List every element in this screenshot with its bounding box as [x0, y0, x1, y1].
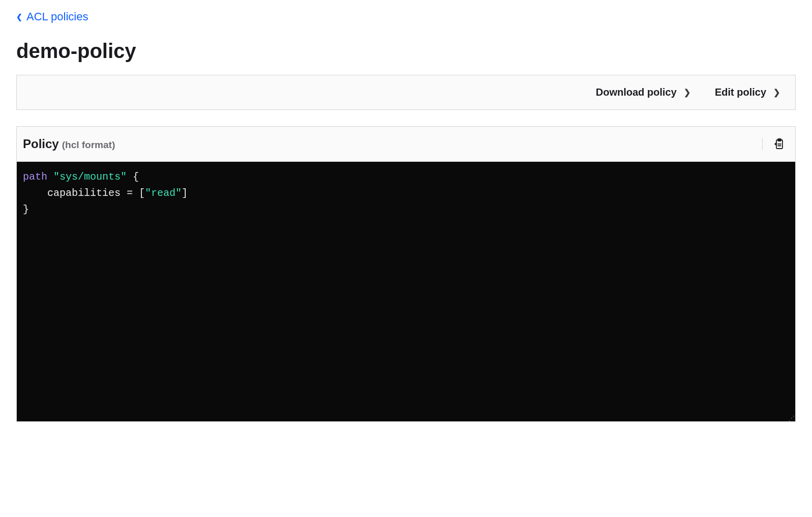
policy-label: Policy [23, 137, 59, 151]
page-title: demo-policy [16, 40, 796, 63]
code-attribute: capabilities [47, 187, 121, 199]
policy-panel-header: Policy (hcl format) [17, 127, 795, 162]
code-string: "sys/mounts" [53, 171, 127, 183]
chevron-right-icon: ❯ [773, 88, 780, 97]
copy-button[interactable] [762, 138, 785, 150]
code-bracket: [ [139, 187, 145, 199]
download-policy-label: Download policy [596, 87, 677, 98]
download-policy-button[interactable]: Download policy ❯ [596, 87, 690, 98]
policy-format-label: (hcl format) [62, 139, 115, 151]
edit-policy-button[interactable]: Edit policy ❯ [715, 87, 780, 98]
code-bracket: ] [182, 187, 188, 199]
policy-panel: Policy (hcl format) path "sys/mounts" { … [16, 126, 796, 422]
toolbar: Download policy ❯ Edit policy ❯ [16, 75, 796, 110]
chevron-left-icon: ❮ [16, 13, 22, 21]
code-keyword: path [23, 171, 47, 183]
code-string: "read" [145, 187, 182, 199]
clipboard-icon [773, 138, 785, 150]
code-brace: { [127, 171, 139, 183]
code-editor[interactable]: path "sys/mounts" { capabilities = ["rea… [17, 162, 795, 421]
chevron-right-icon: ❯ [684, 88, 690, 97]
code-brace: } [23, 204, 29, 215]
edit-policy-label: Edit policy [715, 87, 766, 98]
code-indent [23, 187, 47, 199]
policy-header-title: Policy (hcl format) [23, 137, 115, 151]
code-equals: = [121, 187, 139, 199]
resize-handle-icon: ⋰ [789, 417, 794, 420]
breadcrumb-parent-link[interactable]: ACL policies [26, 10, 88, 23]
breadcrumb: ❮ ACL policies [16, 10, 796, 23]
